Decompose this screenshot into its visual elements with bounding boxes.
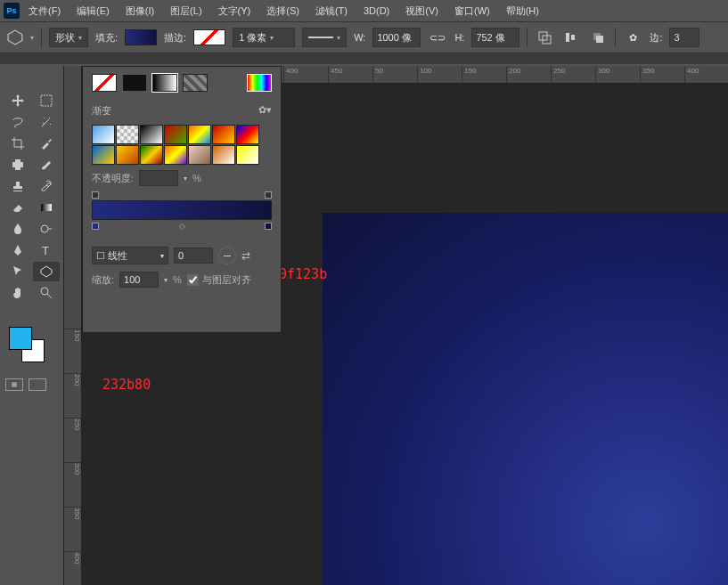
reverse-icon[interactable]: ⇄ — [241, 249, 250, 262]
fill-gradient-swatch[interactable] — [152, 74, 177, 92]
ruler-tick: 150 — [462, 66, 506, 83]
crop-tool[interactable] — [4, 134, 31, 153]
opacity-stop[interactable] — [92, 191, 99, 199]
move-tool[interactable] — [4, 91, 31, 110]
gradient-preset[interactable] — [236, 145, 259, 165]
menu-file[interactable]: 文件(F) — [21, 1, 68, 21]
edge-label: 边: — [650, 31, 662, 45]
type-tool[interactable]: T — [33, 240, 60, 260]
marquee-tool[interactable] — [33, 91, 60, 110]
polygon-tool-icon[interactable] — [7, 29, 23, 45]
pen-tool[interactable] — [4, 240, 31, 260]
angle-dial[interactable] — [218, 247, 236, 264]
svg-rect-3 — [566, 33, 569, 42]
gradient-preset[interactable] — [236, 125, 259, 144]
tool-preset-caret[interactable]: ▾ — [30, 34, 34, 42]
gradient-preset[interactable] — [212, 145, 235, 165]
gradient-preset[interactable] — [188, 125, 211, 144]
path-select-tool[interactable] — [4, 262, 31, 281]
align-icon[interactable] — [561, 28, 581, 47]
menu-edit[interactable]: 编辑(E) — [70, 1, 117, 21]
gradient-preset[interactable] — [212, 125, 235, 144]
color-stop[interactable] — [265, 223, 272, 230]
menu-select[interactable]: 选择(S) — [259, 1, 307, 21]
gradient-preset[interactable] — [188, 145, 211, 165]
chevron-down-icon: ▾ — [270, 34, 274, 42]
ruler-tick: 400 — [64, 551, 81, 585]
separator — [615, 28, 616, 47]
gradient-preset[interactable] — [164, 125, 187, 144]
brush-tool[interactable] — [33, 155, 60, 175]
link-icon[interactable]: ⊂⊃ — [428, 28, 447, 47]
menu-filter[interactable]: 滤镜(T) — [308, 1, 355, 21]
stroke-width-value: 1 像素 — [239, 31, 266, 45]
document-tabs — [0, 53, 728, 64]
fill-pattern-swatch[interactable] — [183, 74, 208, 92]
fill-none-swatch[interactable] — [92, 74, 117, 92]
eraser-tool[interactable] — [4, 198, 31, 217]
ruler-tick: 300 — [595, 66, 640, 83]
color-picker — [0, 318, 63, 371]
hand-tool[interactable] — [4, 283, 31, 303]
lasso-tool[interactable] — [4, 112, 31, 132]
arrange-icon[interactable] — [588, 28, 608, 47]
menu-3d[interactable]: 3D(D) — [356, 2, 397, 20]
dodge-tool[interactable] — [33, 219, 60, 239]
screenmode-icon[interactable] — [29, 378, 46, 391]
edge-input[interactable] — [669, 28, 699, 47]
gradient-preset[interactable] — [92, 145, 115, 165]
gradient-preset[interactable] — [116, 125, 139, 144]
menu-bar: Ps 文件(F) 编辑(E) 图像(I) 图层(L) 文字(Y) 选择(S) 滤… — [0, 0, 728, 21]
quickmask-icon[interactable] — [5, 378, 23, 391]
stroke-style-select[interactable]: ▾ — [302, 28, 347, 47]
stroke-swatch[interactable] — [193, 29, 225, 45]
scale-input[interactable] — [119, 272, 159, 288]
align-checkbox[interactable]: 与图层对齐 — [187, 273, 251, 287]
history-brush-tool[interactable] — [33, 176, 60, 196]
opacity-input[interactable] — [139, 170, 178, 186]
gradient-type-select[interactable]: ☐ 线性 ▾ — [92, 247, 168, 264]
menu-layer[interactable]: 图层(L) — [163, 1, 209, 21]
menu-image[interactable]: 图像(I) — [119, 1, 161, 21]
fill-swatch[interactable] — [125, 29, 157, 45]
foreground-color-swatch[interactable] — [9, 327, 32, 350]
stamp-tool[interactable] — [4, 176, 31, 196]
gradient-preset[interactable] — [164, 145, 187, 165]
width-input[interactable] — [372, 28, 421, 47]
magic-wand-tool[interactable] — [33, 112, 60, 132]
menu-window[interactable]: 窗口(W) — [447, 1, 497, 21]
menu-help[interactable]: 帮助(H) — [499, 1, 546, 21]
gear-icon[interactable]: ✿▾ — [258, 104, 272, 118]
blur-tool[interactable] — [4, 219, 31, 239]
gradient-preset[interactable] — [140, 125, 163, 144]
height-input[interactable] — [471, 28, 519, 47]
percent-label: % — [192, 173, 201, 183]
svg-rect-10 — [41, 204, 52, 211]
menu-view[interactable]: 视图(V) — [398, 1, 446, 21]
shape-tool[interactable] — [33, 262, 60, 281]
color-stop[interactable] — [92, 223, 99, 230]
angle-input[interactable] — [174, 248, 213, 264]
gradient-bar[interactable] — [92, 200, 272, 220]
gear-icon[interactable]: ✿ — [623, 28, 642, 47]
options-bar: ▾ 形状 ▾ 填充: 描边: 1 像素 ▾ ▾ W: ⊂⊃ H: ✿ 边: — [0, 21, 728, 53]
fill-solid-swatch[interactable] — [122, 74, 147, 92]
ruler-tick: 250 — [551, 66, 595, 83]
scale-label: 缩放: — [92, 273, 114, 287]
menu-type[interactable]: 文字(Y) — [211, 1, 258, 21]
ruler-tick: 100 — [417, 66, 462, 83]
zoom-tool[interactable] — [33, 283, 60, 303]
stroke-width-select[interactable]: 1 像素 ▾ — [233, 28, 295, 47]
gradient-tool[interactable] — [33, 198, 60, 217]
ruler-tick: 300 — [64, 462, 81, 507]
gradient-preset[interactable] — [116, 145, 139, 165]
gradient-preset[interactable] — [140, 145, 163, 165]
eyedropper-tool[interactable] — [33, 134, 60, 153]
pathops-icon[interactable] — [535, 28, 554, 47]
gradient-preset[interactable] — [92, 125, 115, 144]
ruler-tick: 150 — [64, 329, 81, 373]
opacity-stop[interactable] — [265, 191, 272, 199]
shape-mode-select[interactable]: 形状 ▾ — [49, 28, 88, 47]
color-picker-swatch[interactable] — [247, 74, 272, 92]
healing-tool[interactable] — [4, 155, 31, 175]
